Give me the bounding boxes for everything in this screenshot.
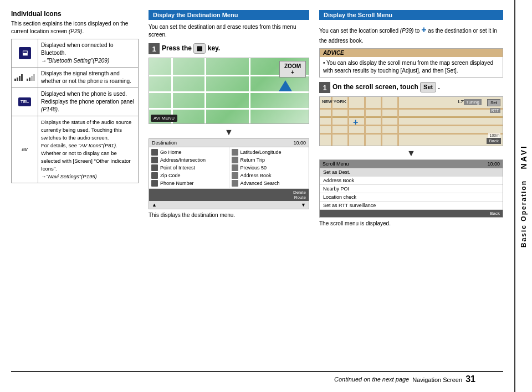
map-road xyxy=(204,58,206,123)
map-road xyxy=(171,58,173,123)
av-desc: Displays the status of the audio source … xyxy=(41,119,131,179)
avi-menu-label: AVI MENU xyxy=(151,115,177,122)
scroll-menu: Scroll Menu 10:00 Set as Dest. Address B… xyxy=(319,159,503,218)
ny-map-label: NEW YORK xyxy=(322,99,346,104)
list-item: Return Trip xyxy=(232,156,307,164)
menu-key: ▩ xyxy=(193,43,206,54)
signal-desc: Displays the signal strength and whether… xyxy=(41,70,131,84)
item-label: Phone Number xyxy=(160,180,194,186)
scroll-menu-time: 10:00 xyxy=(487,161,500,167)
menu-icon xyxy=(151,164,158,171)
right-section-intro: You can set the location scrolled (P39) … xyxy=(319,23,503,45)
bottom-bar: Continued on the next page Navigation Sc… xyxy=(11,371,503,386)
advice-title: ADVICE xyxy=(320,49,503,57)
dest-menu-left: Go Home Address/Intersection Point of In… xyxy=(149,147,229,188)
step-1-row: 1 Press the ▩ key. xyxy=(149,43,309,54)
page-label: Navigation Screen 31 xyxy=(412,374,475,384)
item-label: Advanced Search xyxy=(241,180,280,186)
menu-icon xyxy=(232,164,238,171)
advice-text: • You can also display the scroll menu f… xyxy=(323,60,493,74)
item-label: Go Home xyxy=(160,149,182,155)
nav-prev: ▲ xyxy=(152,202,157,208)
rtt-label: RTT xyxy=(490,108,500,113)
signal-bar xyxy=(29,78,30,81)
map-set-button: Set xyxy=(487,99,500,106)
av-text-cell: Displays the status of the audio source … xyxy=(38,116,139,183)
list-item: Address Book xyxy=(320,177,503,185)
tel-icon-cell: TEL xyxy=(12,88,38,116)
left-section-intro: This section explains the icons displaye… xyxy=(11,20,139,35)
dest-menu-right: Latitude/Longitude Return Trip Previous … xyxy=(229,147,309,188)
dest-menu-footer: DeleteRoute xyxy=(149,189,309,201)
list-item: Nearby POI xyxy=(320,185,503,193)
scroll-menu-caption: The scroll menu is displayed. xyxy=(319,220,503,226)
signal-icons xyxy=(14,74,35,81)
scroll-menu-title: Scroll Menu xyxy=(323,161,349,167)
icons-table: ⬓ Displayed when connected to Bluetooth.… xyxy=(11,39,139,183)
bluetooth-desc: Displayed when connected to Bluetooth.→"… xyxy=(41,42,114,64)
list-item: Set as Dest. xyxy=(320,168,503,177)
av-icon-cell: av xyxy=(12,116,38,183)
tel-text-cell: Displayed when the phone is used.Redispl… xyxy=(38,88,139,116)
signal-bar xyxy=(21,74,23,81)
dest-menu-time: 10:00 xyxy=(293,140,306,146)
sidebar-basic-label: Basic Operation xyxy=(520,180,528,247)
map-road xyxy=(364,97,366,146)
item-label: Zip Code xyxy=(160,173,181,178)
map-cross-marker: + xyxy=(353,118,358,127)
signal-text-cell: Displays the signal strength and whether… xyxy=(38,68,139,88)
map-road xyxy=(381,97,382,146)
table-row: TEL Displayed when the phone is used.Red… xyxy=(12,88,139,116)
bluetooth-icon: ⬓ xyxy=(19,47,31,59)
item-label: Latitude/Longitude xyxy=(241,149,282,155)
list-item: Previous 50 xyxy=(232,164,307,172)
step-1-number: 1 xyxy=(319,82,330,93)
advice-box: ADVICE • You can also display the scroll… xyxy=(319,48,503,78)
list-item: Point of Interest xyxy=(151,164,227,172)
set-button: Set xyxy=(420,82,436,92)
signal-icon-cell xyxy=(12,68,38,88)
arrow-down-icon-2: ▼ xyxy=(319,148,503,158)
scroll-menu-header: Scroll Menu 10:00 xyxy=(320,160,503,168)
dest-menu-header: Destination 10:00 xyxy=(149,139,309,147)
destination-menu: Destination 10:00 Go Home Address/Inters… xyxy=(149,138,309,209)
list-item: Phone Number xyxy=(151,179,227,187)
signal-bar xyxy=(27,79,28,81)
cross-icon: + xyxy=(421,25,426,34)
list-item: Set as RTT surveillance xyxy=(320,202,503,210)
nav-next: ▼ xyxy=(301,202,306,208)
step-1-text: Press the ▩ key. xyxy=(162,43,220,54)
item-label: Address/Intersection xyxy=(160,157,206,163)
list-item: Address/Intersection xyxy=(151,156,227,164)
signal-bar xyxy=(14,79,16,81)
scroll-menu-footer: Back xyxy=(320,210,503,217)
mid-section-title: Display the Destination Menu xyxy=(149,10,309,20)
map-road xyxy=(347,97,349,146)
signal-bar xyxy=(33,74,35,81)
map-image: ZOOM+ AVI MENU xyxy=(149,58,309,124)
arrow-down-icon: ▼ xyxy=(149,127,309,137)
step-1-row: 1 On the scroll screen, touch Set . xyxy=(319,82,503,93)
left-section-title: Individual Icons xyxy=(11,10,139,18)
advice-content: • You can also display the scroll menu f… xyxy=(320,57,503,77)
map-road xyxy=(331,97,332,146)
step-1-number: 1 xyxy=(149,43,160,54)
item-label: Return Trip xyxy=(241,157,265,163)
dest-menu-nav: ▲ ▼ xyxy=(149,201,309,209)
map-road xyxy=(249,58,250,123)
page-label-text: Navigation Screen xyxy=(412,376,462,383)
map-back-button: Back xyxy=(487,138,501,144)
right-column: Display the Scroll Menu You can set the … xyxy=(319,10,503,371)
right-section-title: Display the Scroll Menu xyxy=(319,10,503,20)
list-item: Latitude/Longitude xyxy=(232,148,307,156)
tel-icon: TEL xyxy=(18,97,31,106)
table-row: ⬓ Displayed when connected to Bluetooth.… xyxy=(12,39,139,68)
dest-menu-caption: This displays the destination menu. xyxy=(149,212,309,218)
tuning-button: Tuning xyxy=(464,99,482,105)
left-intro-ref: (P29) xyxy=(69,28,82,34)
right-sidebar: NAVI Basic Operation xyxy=(514,0,532,392)
page-number: 31 xyxy=(466,374,475,384)
menu-icon xyxy=(232,157,238,163)
continued-text: Continued on the next page xyxy=(334,376,409,383)
list-item: Zip Code xyxy=(151,172,227,179)
